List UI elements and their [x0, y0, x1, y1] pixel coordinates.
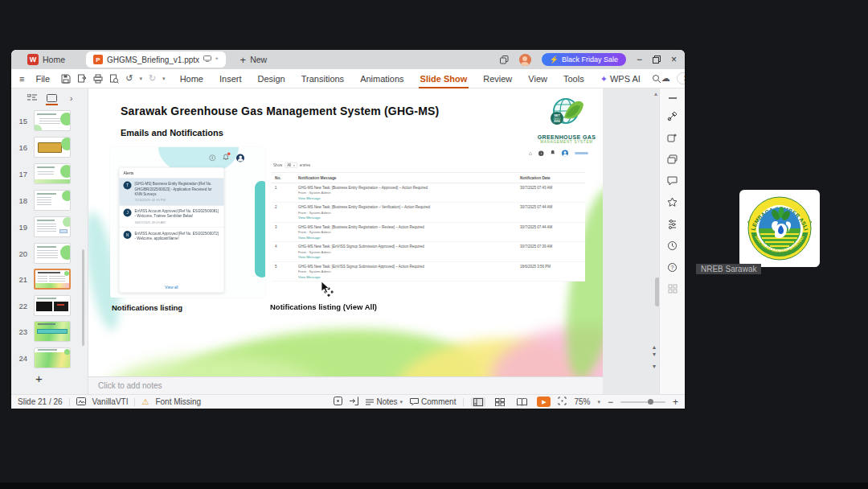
- promo-label: Black Friday Sale: [562, 55, 618, 64]
- slide-thumb-24[interactable]: 24: [11, 347, 88, 369]
- account-avatar[interactable]: [519, 54, 531, 66]
- comment-toggle[interactable]: Comment: [410, 397, 456, 406]
- undo-dropdown-icon[interactable]: ▾: [139, 76, 142, 82]
- close-button[interactable]: ×: [671, 55, 677, 64]
- output-icon[interactable]: [77, 74, 87, 84]
- black-friday-sale-button[interactable]: ⚡ Black Friday Sale: [542, 53, 626, 66]
- notes-toggle[interactable]: Notes▾: [366, 397, 403, 406]
- zoom-dropdown-icon[interactable]: ▾: [597, 399, 600, 405]
- alerts-screenshot[interactable]: i Alerts T [GHG-MS] Business Entity Reg: [110, 147, 265, 298]
- row-date: 30/7/2025 07:39 AM: [517, 242, 585, 262]
- comment-pane-icon[interactable]: [667, 176, 678, 186]
- apps-icon[interactable]: [668, 284, 678, 294]
- add-slide-button[interactable]: +: [35, 372, 43, 385]
- slide-thumb-21-selected[interactable]: 21: [11, 268, 88, 290]
- previous-slide-button[interactable]: ▴▾: [653, 344, 656, 359]
- favorites-icon[interactable]: [667, 197, 678, 208]
- wps-home-tab[interactable]: W Home: [19, 50, 73, 69]
- slide-thumb-23[interactable]: 23: [11, 320, 88, 343]
- save-icon[interactable]: [61, 74, 71, 84]
- menu-slide-show[interactable]: Slide Show: [416, 69, 473, 88]
- font-missing-label[interactable]: Font Missing: [155, 397, 201, 406]
- minimize-button[interactable]: −: [637, 55, 642, 64]
- document-tab[interactable]: P GHGMS_Briefing_v1.pptx *: [86, 51, 226, 68]
- alerts-header: Alerts: [120, 168, 224, 179]
- scroll-up-arrow[interactable]: ▴: [654, 90, 657, 97]
- tab-list-icon[interactable]: [500, 55, 509, 64]
- notes-pane[interactable]: Click to add notes: [88, 376, 603, 394]
- slide-view-icon[interactable]: [47, 94, 57, 102]
- view-message-link: View Message: [298, 236, 514, 240]
- collapse-pane-icon[interactable]: [668, 97, 678, 100]
- restore-button[interactable]: [653, 55, 661, 64]
- cloud-sync-icon[interactable]: ☁: [661, 73, 670, 84]
- new-tab-button[interactable]: + New: [240, 54, 268, 66]
- menu-wps-ai[interactable]: ✦ WPS AI: [596, 69, 645, 88]
- alert-date: 21/10/2025 02:19 PM: [135, 198, 220, 202]
- menu-animations[interactable]: Animations: [355, 69, 408, 88]
- normal-view-icon[interactable]: [471, 397, 485, 407]
- ghgms-logo: NET ZERO 2050 GREENHOUSE GAS MANAGEMENT …: [535, 95, 598, 144]
- menu-review[interactable]: Review: [478, 69, 517, 88]
- menu-transitions[interactable]: Transitions: [297, 69, 349, 88]
- zoom-slider-knob[interactable]: [648, 399, 653, 405]
- presenter-mode-icon[interactable]: [350, 397, 358, 407]
- menu-tools[interactable]: Tools: [559, 69, 589, 88]
- slide-thumb-19[interactable]: 19: [11, 216, 88, 238]
- thumbnail-scrollbar[interactable]: [82, 249, 84, 346]
- settings-icon[interactable]: [667, 219, 678, 229]
- canvas-margin: ▴ ▴▾ ▾: [603, 88, 659, 394]
- menu-design[interactable]: Design: [252, 69, 289, 88]
- zoom-slider[interactable]: [620, 401, 665, 403]
- notifications-screenshot[interactable]: ⌂ i Show All▾ entries: [268, 149, 592, 290]
- menu-insert[interactable]: Insert: [215, 69, 247, 88]
- slide-thumb-20[interactable]: 20: [11, 242, 88, 265]
- menu-file[interactable]: File: [31, 69, 55, 88]
- notes-placeholder: Click to add notes: [98, 381, 162, 390]
- spellcheck-icon[interactable]: [334, 397, 342, 407]
- theme-name[interactable]: VanillaVTI: [92, 397, 129, 406]
- fullscreen-icon[interactable]: [558, 397, 567, 407]
- share-button[interactable]: Share▾: [677, 72, 685, 84]
- panel-expand-icon[interactable]: ›: [70, 94, 72, 103]
- slide-thumb-16[interactable]: 16: [11, 136, 88, 158]
- search-icon[interactable]: [652, 74, 661, 84]
- print-icon[interactable]: [93, 74, 103, 84]
- effects-icon[interactable]: [667, 133, 678, 143]
- next-slide-button[interactable]: ▾: [653, 364, 656, 371]
- slide-canvas[interactable]: Sarawak Greenhouse Gas Management System…: [88, 90, 603, 376]
- design-tools-icon[interactable]: [667, 111, 678, 121]
- zoom-level[interactable]: 75%: [574, 397, 590, 406]
- theme-icon: [76, 397, 86, 407]
- slide-sorter-view-icon[interactable]: [493, 397, 507, 407]
- help-icon[interactable]: ?: [667, 262, 678, 273]
- menu-view[interactable]: View: [523, 69, 552, 88]
- svg-text:2050: 2050: [554, 120, 560, 123]
- slide-thumb-22[interactable]: 22: [11, 294, 88, 317]
- profile-icon: [236, 154, 244, 162]
- zoom-in-button[interactable]: +: [673, 397, 678, 408]
- reading-view-icon[interactable]: [514, 397, 530, 407]
- participant-video-tile[interactable]: LEMBAGA SUMBER ASLI DAN ALAM SEKITAR SAR…: [739, 190, 820, 267]
- zoom-out-button[interactable]: −: [608, 397, 613, 408]
- slide-layout-icon[interactable]: [667, 154, 678, 165]
- hamburger-icon[interactable]: ≡: [19, 74, 24, 84]
- table-row: 1 GHG-MS New Task: [Business Entity Regi…: [272, 183, 585, 203]
- view-all-link: View all: [120, 281, 224, 293]
- history-icon[interactable]: [667, 240, 678, 251]
- panel-view-switch: ›: [11, 88, 88, 108]
- slideshow-play-button[interactable]: ▶: [537, 397, 551, 407]
- col-no: No.: [272, 172, 295, 183]
- row-from: From : System Admin: [298, 269, 514, 273]
- teal-decoration: [255, 181, 265, 277]
- print-preview-icon[interactable]: [109, 74, 119, 84]
- undo-icon[interactable]: ↺: [125, 73, 133, 84]
- thumbnail-image: [34, 190, 71, 211]
- redo-icon[interactable]: ↻: [149, 73, 156, 84]
- outline-view-icon[interactable]: [27, 94, 37, 102]
- redo-dropdown-icon[interactable]: ▾: [162, 76, 166, 82]
- slide-thumb-17[interactable]: 17: [11, 162, 88, 185]
- slide-thumb-15[interactable]: 15: [11, 109, 88, 132]
- slide-thumb-18[interactable]: 18: [11, 189, 88, 212]
- menu-home[interactable]: Home: [175, 69, 208, 88]
